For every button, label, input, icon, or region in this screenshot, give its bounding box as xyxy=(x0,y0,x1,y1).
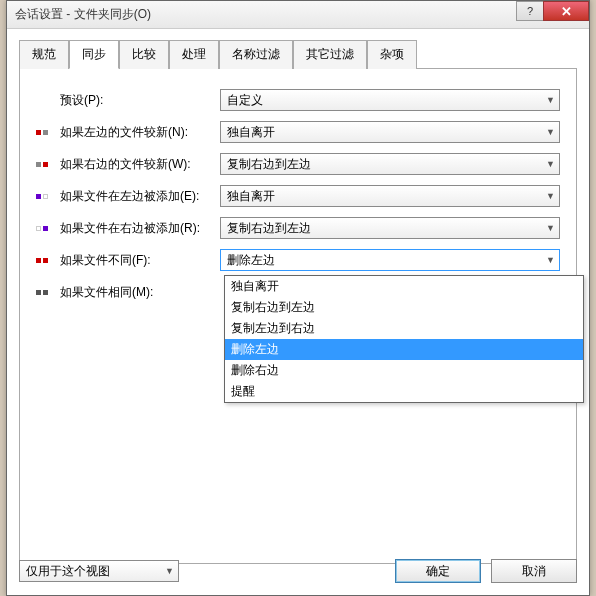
combo-scope-value: 仅用于这个视图 xyxy=(26,563,110,580)
combo-different[interactable]: 删除左边 ▼ xyxy=(220,249,560,271)
dropdown-item[interactable]: 复制右边到左边 xyxy=(225,297,583,318)
row-right-newer: 如果右边的文件较新(W): 复制右边到左边 ▼ xyxy=(36,153,560,175)
tab-compare[interactable]: 比较 xyxy=(119,40,169,69)
combo-right-newer[interactable]: 复制右边到左边 ▼ xyxy=(220,153,560,175)
ok-button[interactable]: 确定 xyxy=(395,559,481,583)
chevron-down-icon: ▼ xyxy=(165,566,174,576)
label-left-added: 如果文件在左边被添加(E): xyxy=(60,188,220,205)
combo-right-newer-value: 复制右边到左边 xyxy=(227,156,311,173)
marker-different xyxy=(36,258,60,263)
marker-right-newer xyxy=(36,162,60,167)
tab-sync[interactable]: 同步 xyxy=(69,40,119,69)
window-title: 会话设置 - 文件夹同步(O) xyxy=(15,6,151,23)
label-preset: 预设(P): xyxy=(60,92,220,109)
marker-right-added xyxy=(36,226,60,231)
combo-scope[interactable]: 仅用于这个视图 ▼ xyxy=(19,560,179,582)
dot-icon xyxy=(36,290,41,295)
row-preset: 预设(P): 自定义 ▼ xyxy=(36,89,560,111)
combo-right-added[interactable]: 复制右边到左边 ▼ xyxy=(220,217,560,239)
dot-icon xyxy=(43,162,48,167)
tab-misc[interactable]: 杂项 xyxy=(367,40,417,69)
dropdown-item[interactable]: 提醒 xyxy=(225,381,583,402)
dot-icon xyxy=(43,194,48,199)
sync-panel: 预设(P): 自定义 ▼ 如果左边的文件较新(N): 独自离开 ▼ xyxy=(19,69,577,564)
combo-left-added-value: 独自离开 xyxy=(227,188,275,205)
dropdown-item[interactable]: 独自离开 xyxy=(225,276,583,297)
label-right-added: 如果文件在右边被添加(R): xyxy=(60,220,220,237)
combo-right-added-value: 复制右边到左边 xyxy=(227,220,311,237)
dot-icon xyxy=(36,162,41,167)
dropdown-item[interactable]: 删除右边 xyxy=(225,360,583,381)
dropdown-item[interactable]: 复制左边到右边 xyxy=(225,318,583,339)
dot-icon xyxy=(43,290,48,295)
chevron-down-icon: ▼ xyxy=(546,191,555,201)
row-different: 如果文件不同(F): 删除左边 ▼ xyxy=(36,249,560,271)
chevron-down-icon: ▼ xyxy=(546,255,555,265)
help-button[interactable]: ? xyxy=(516,1,544,21)
tab-name-filter[interactable]: 名称过滤 xyxy=(219,40,293,69)
tab-spec[interactable]: 规范 xyxy=(19,40,69,69)
close-button[interactable]: ✕ xyxy=(543,1,589,21)
dot-icon xyxy=(36,226,41,231)
row-right-added: 如果文件在右边被添加(R): 复制右边到左边 ▼ xyxy=(36,217,560,239)
chevron-down-icon: ▼ xyxy=(546,223,555,233)
tab-bar: 规范 同步 比较 处理 名称过滤 其它过滤 杂项 xyxy=(19,39,577,69)
combo-left-newer[interactable]: 独自离开 ▼ xyxy=(220,121,560,143)
footer: 仅用于这个视图 ▼ 确定 取消 xyxy=(19,559,577,583)
titlebar-buttons: ? ✕ xyxy=(517,1,589,21)
label-different: 如果文件不同(F): xyxy=(60,252,220,269)
label-right-newer: 如果右边的文件较新(W): xyxy=(60,156,220,173)
dot-icon xyxy=(43,258,48,263)
dialog-window: 会话设置 - 文件夹同步(O) ? ✕ 规范 同步 比较 处理 名称过滤 其它过… xyxy=(6,0,590,596)
marker-left-added xyxy=(36,194,60,199)
chevron-down-icon: ▼ xyxy=(546,159,555,169)
marker-same xyxy=(36,290,60,295)
row-left-newer: 如果左边的文件较新(N): 独自离开 ▼ xyxy=(36,121,560,143)
marker-left-newer xyxy=(36,130,60,135)
label-same: 如果文件相同(M): xyxy=(60,284,220,301)
dot-icon xyxy=(36,130,41,135)
tab-process[interactable]: 处理 xyxy=(169,40,219,69)
row-left-added: 如果文件在左边被添加(E): 独自离开 ▼ xyxy=(36,185,560,207)
dropdown-different: 独自离开 复制右边到左边 复制左边到右边 删除左边 删除右边 提醒 xyxy=(224,275,584,403)
chevron-down-icon: ▼ xyxy=(546,95,555,105)
cancel-button[interactable]: 取消 xyxy=(491,559,577,583)
content: 规范 同步 比较 处理 名称过滤 其它过滤 杂项 预设(P): 自定义 ▼ xyxy=(7,29,589,595)
chevron-down-icon: ▼ xyxy=(546,127,555,137)
dot-icon xyxy=(36,258,41,263)
combo-preset[interactable]: 自定义 ▼ xyxy=(220,89,560,111)
tab-other-filter[interactable]: 其它过滤 xyxy=(293,40,367,69)
dot-icon xyxy=(43,226,48,231)
combo-left-newer-value: 独自离开 xyxy=(227,124,275,141)
dot-icon xyxy=(36,194,41,199)
combo-left-added[interactable]: 独自离开 ▼ xyxy=(220,185,560,207)
dropdown-item[interactable]: 删除左边 xyxy=(225,339,583,360)
label-left-newer: 如果左边的文件较新(N): xyxy=(60,124,220,141)
combo-different-value: 删除左边 xyxy=(227,252,275,269)
titlebar: 会话设置 - 文件夹同步(O) ? ✕ xyxy=(7,1,589,29)
dot-icon xyxy=(43,130,48,135)
combo-preset-value: 自定义 xyxy=(227,92,263,109)
